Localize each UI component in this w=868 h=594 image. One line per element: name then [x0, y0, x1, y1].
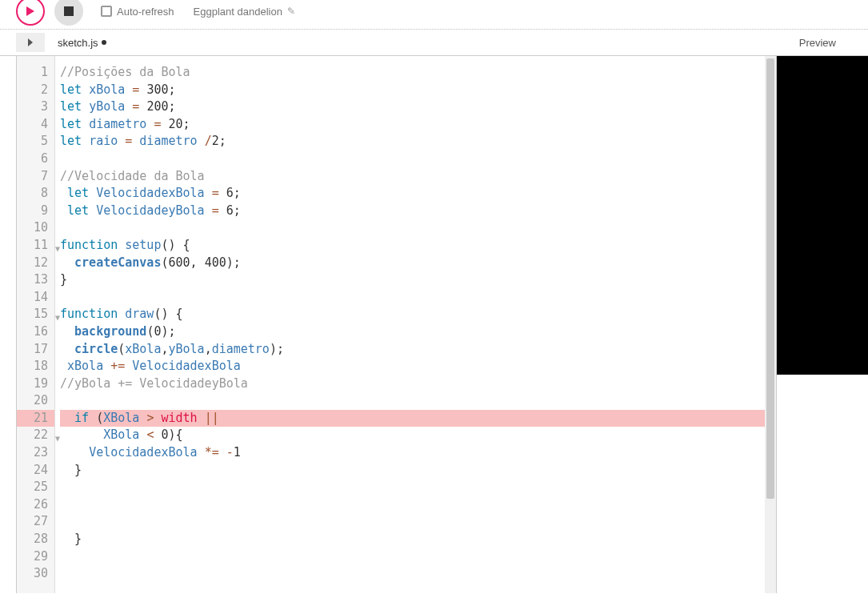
code-line[interactable] [60, 479, 765, 496]
preview-pane [776, 56, 868, 593]
code-area[interactable]: //Posições da Bolalet xBola = 300;let yB… [55, 56, 765, 593]
code-line[interactable] [60, 496, 765, 514]
code-line[interactable]: function setup() { [60, 237, 765, 255]
line-gutter: 1234567891011▼12131415▼16171819202122▼23… [17, 56, 55, 593]
line-number: 29 [17, 548, 54, 566]
code-line[interactable] [60, 151, 765, 168]
tabbar: sketch.js Preview [0, 30, 868, 55]
sketch-name-text: Eggplant dandelion [194, 6, 282, 18]
stop-button[interactable] [54, 0, 83, 26]
editor: 1234567891011▼12131415▼16171819202122▼23… [16, 56, 776, 593]
line-number: 9 [17, 203, 54, 220]
code-line[interactable]: let yBola = 200; [60, 98, 765, 116]
code-line[interactable]: if (XBola > width || [60, 410, 765, 427]
line-number: 1 [17, 64, 54, 82]
line-number: 12 [17, 255, 54, 272]
code-line[interactable]: circle(xBola,yBola,diametro); [60, 341, 765, 359]
line-number: 11▼ [17, 237, 54, 255]
line-number: 7 [17, 168, 54, 186]
line-number: 17 [17, 341, 54, 359]
line-number: 23 [17, 444, 54, 462]
auto-refresh-toggle[interactable]: Auto-refresh [101, 6, 174, 18]
code-line[interactable]: XBola < 0){ [60, 427, 765, 444]
toolbar: Auto-refresh Eggplant dandelion ✎ [0, 0, 868, 29]
code-line[interactable]: } [60, 271, 765, 289]
line-number: 16 [17, 323, 54, 341]
scrollbar-thumb[interactable] [766, 58, 774, 499]
line-number: 19 [17, 375, 54, 393]
line-number: 5 [17, 133, 54, 151]
code-line[interactable] [60, 513, 765, 531]
code-line[interactable]: let VelocidadexBola = 6; [60, 185, 765, 203]
code-line[interactable] [60, 289, 765, 307]
code-line[interactable] [60, 548, 765, 566]
line-number: 4 [17, 116, 54, 134]
line-number: 27 [17, 513, 54, 531]
preview-label: Preview [799, 37, 836, 49]
play-icon [25, 6, 36, 17]
line-number: 2 [17, 82, 54, 99]
unsaved-dot-icon [102, 40, 106, 45]
preview-canvas [777, 56, 868, 375]
code-line[interactable] [60, 392, 765, 410]
main: 1234567891011▼12131415▼16171819202122▼23… [0, 55, 868, 593]
line-number: 18 [17, 358, 54, 375]
expand-sidebar-button[interactable] [16, 33, 45, 52]
code-line[interactable]: } [60, 531, 765, 548]
line-number: 21 [17, 410, 54, 427]
auto-refresh-label: Auto-refresh [117, 6, 174, 18]
code-line[interactable]: //yBola += VelocidadeyBola [60, 375, 765, 393]
code-line[interactable]: VelocidadexBola *= -1 [60, 444, 765, 462]
line-number: 30 [17, 565, 54, 583]
code-line[interactable]: xBola += VelocidadexBola [60, 358, 765, 375]
file-tab[interactable]: sketch.js [58, 37, 106, 49]
filename-text: sketch.js [58, 37, 98, 49]
code-line[interactable]: function draw() { [60, 306, 765, 323]
line-number: 8 [17, 185, 54, 203]
play-button[interactable] [16, 0, 45, 26]
line-number: 20 [17, 392, 54, 410]
pencil-icon: ✎ [287, 6, 295, 17]
line-number: 28 [17, 531, 54, 548]
line-number: 13 [17, 271, 54, 289]
line-number: 3 [17, 98, 54, 116]
line-number: 25 [17, 479, 54, 496]
checkbox-icon [101, 6, 112, 17]
line-number: 15▼ [17, 306, 54, 323]
code-line[interactable]: let diametro = 20; [60, 116, 765, 134]
code-line[interactable]: background(0); [60, 323, 765, 341]
code-line[interactable] [60, 565, 765, 583]
vertical-scrollbar[interactable] [765, 56, 776, 593]
line-number: 26 [17, 496, 54, 514]
code-line[interactable]: //Velocidade da Bola [60, 168, 765, 186]
line-number: 6 [17, 151, 54, 168]
sketch-name[interactable]: Eggplant dandelion ✎ [194, 6, 295, 18]
code-line[interactable]: createCanvas(600, 400); [60, 255, 765, 272]
line-number: 14 [17, 289, 54, 307]
line-number: 10 [17, 219, 54, 237]
code-line[interactable]: let raio = diametro /2; [60, 133, 765, 151]
code-line[interactable]: let xBola = 300; [60, 82, 765, 99]
code-line[interactable]: } [60, 462, 765, 480]
chevron-right-icon [26, 38, 34, 46]
code-line[interactable]: //Posições da Bola [60, 64, 765, 82]
stop-icon [64, 6, 74, 16]
line-number: 22▼ [17, 427, 54, 444]
line-number: 24 [17, 462, 54, 480]
code-line[interactable] [60, 219, 765, 237]
code-line[interactable]: let VelocidadeyBola = 6; [60, 203, 765, 220]
